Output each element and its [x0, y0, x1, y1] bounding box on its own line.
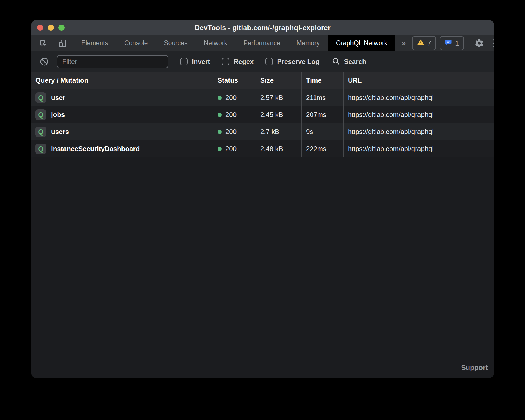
device-toolbar-icon[interactable]	[56, 39, 69, 48]
column-header-query-mutation[interactable]: Query / Mutation	[31, 72, 213, 89]
search-icon	[332, 57, 340, 66]
table-empty-area: Support	[31, 157, 494, 378]
tab-network[interactable]: Network	[196, 35, 235, 51]
tabbar-right-divider	[468, 39, 468, 48]
warnings-count: 7	[428, 39, 431, 47]
query-type-badge: Q	[35, 109, 46, 120]
warnings-badge[interactable]: 7	[412, 36, 436, 50]
tab-graphql-network[interactable]: GraphQL Network	[328, 35, 396, 51]
panel-tabs: ElementsConsoleSourcesNetworkPerformance…	[73, 35, 395, 51]
status-ok-dot	[218, 96, 222, 100]
invert-checkbox-box	[180, 58, 188, 65]
invert-checkbox[interactable]: Invert	[180, 58, 210, 66]
tab-elements[interactable]: Elements	[73, 35, 116, 51]
filter-toolbar: Invert Regex Preserve Log Search	[31, 51, 494, 72]
regex-checkbox[interactable]: Regex	[222, 58, 254, 66]
time-cell: 211ms	[302, 89, 344, 106]
query-name: users	[51, 128, 69, 136]
support-link[interactable]: Support	[461, 364, 488, 372]
url-cell: https://gitlab.com/api/graphql	[344, 123, 494, 140]
status-code: 200	[225, 145, 237, 153]
column-header-time[interactable]: Time	[302, 72, 344, 89]
query-name: jobs	[51, 111, 65, 119]
preserve-log-checkbox[interactable]: Preserve Log	[265, 58, 319, 66]
url-cell: https://gitlab.com/api/graphql	[344, 89, 494, 106]
query-name: user	[51, 94, 65, 102]
table-row[interactable]: Quser2002.57 kB211mshttps://gitlab.com/a…	[31, 89, 494, 106]
tab-memory[interactable]: Memory	[288, 35, 328, 51]
status-ok-dot	[218, 147, 222, 151]
tab-performance[interactable]: Performance	[235, 35, 288, 51]
query-cell: QinstanceSecurityDashboard	[31, 140, 213, 157]
column-header-status[interactable]: Status	[213, 72, 256, 89]
title-bar: DevTools - gitlab.com/-/graphql-explorer	[31, 20, 494, 35]
time-cell: 222ms	[302, 140, 344, 157]
query-cell: Quser	[31, 89, 213, 106]
window-title: DevTools - gitlab.com/-/graphql-explorer	[31, 24, 494, 32]
status-code: 200	[225, 94, 237, 102]
query-type-badge: Q	[35, 92, 46, 103]
status-cell: 200	[213, 123, 256, 140]
table-row[interactable]: Qusers2002.7 kB9shttps://gitlab.com/api/…	[31, 123, 494, 140]
table-header-row: Query / MutationStatusSizeTimeURL	[31, 72, 494, 89]
settings-gear-icon[interactable]	[472, 39, 486, 48]
size-cell: 2.57 kB	[256, 89, 302, 106]
messages-count: 1	[455, 39, 459, 47]
inspect-element-icon[interactable]	[36, 39, 50, 48]
regex-checkbox-box	[222, 58, 229, 65]
messages-badge[interactable]: 1	[440, 36, 464, 50]
query-cell: Qusers	[31, 123, 213, 140]
column-header-url[interactable]: URL	[344, 72, 494, 89]
table-row[interactable]: QinstanceSecurityDashboard2002.48 kB222m…	[31, 140, 494, 157]
status-code: 200	[225, 128, 237, 136]
chat-bubble-icon	[445, 39, 452, 48]
tab-sources[interactable]: Sources	[156, 35, 195, 51]
more-options-kebab-icon[interactable]	[490, 39, 494, 47]
status-cell: 200	[213, 89, 256, 106]
query-cell: Qjobs	[31, 106, 213, 123]
time-cell: 9s	[302, 123, 344, 140]
query-name: instanceSecurityDashboard	[51, 145, 140, 153]
size-cell: 2.7 kB	[256, 123, 302, 140]
size-cell: 2.48 kB	[256, 140, 302, 157]
column-header-size[interactable]: Size	[256, 72, 302, 89]
table-row[interactable]: Qjobs2002.45 kB207mshttps://gitlab.com/a…	[31, 106, 494, 123]
status-cell: 200	[213, 106, 256, 123]
devtools-window: DevTools - gitlab.com/-/graphql-explorer…	[31, 20, 494, 378]
devtools-tab-bar: ElementsConsoleSourcesNetworkPerformance…	[31, 35, 494, 51]
time-cell: 207ms	[302, 106, 344, 123]
status-ok-dot	[218, 113, 222, 117]
warning-icon	[417, 39, 424, 48]
query-type-badge: Q	[35, 127, 46, 137]
url-cell: https://gitlab.com/api/graphql	[344, 106, 494, 123]
filter-input[interactable]	[57, 55, 168, 68]
status-cell: 200	[213, 140, 256, 157]
tab-console[interactable]: Console	[116, 35, 156, 51]
url-cell: https://gitlab.com/api/graphql	[344, 140, 494, 157]
size-cell: 2.45 kB	[256, 106, 302, 123]
more-tabs-button[interactable]: »	[395, 35, 412, 51]
clear-log-icon[interactable]	[37, 57, 51, 66]
query-type-badge: Q	[35, 144, 46, 154]
preserve-log-checkbox-box	[265, 58, 273, 65]
status-code: 200	[225, 111, 237, 119]
status-ok-dot	[218, 130, 222, 134]
requests-table-body: Quser2002.57 kB211mshttps://gitlab.com/a…	[31, 89, 494, 157]
search-control[interactable]: Search	[332, 57, 366, 66]
